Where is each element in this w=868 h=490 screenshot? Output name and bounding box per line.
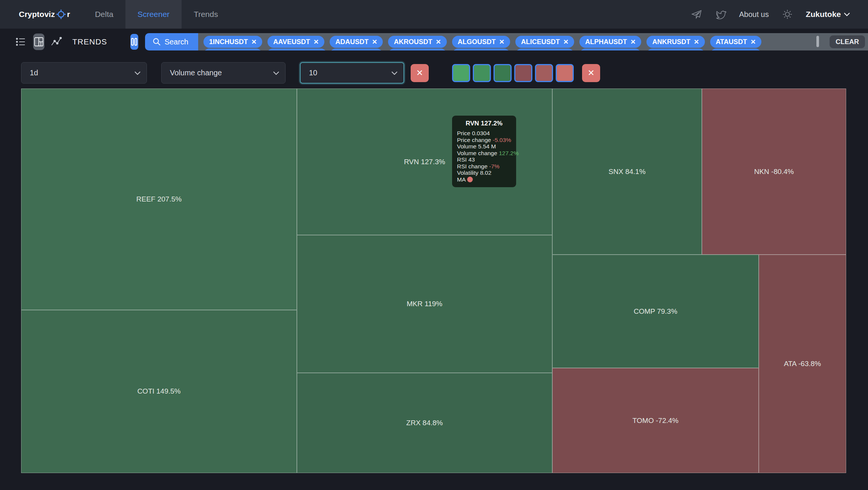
chip-close-icon[interactable]: ✕ [563, 38, 568, 46]
tab-delta[interactable]: Delta [83, 0, 125, 29]
tooltip-row-label: Price change [457, 137, 493, 143]
treemap-cell-tomo[interactable]: TOMO -72.4% [552, 368, 759, 473]
telegram-icon[interactable] [691, 9, 702, 20]
treemap-cell-nkn[interactable]: NKN -80.4% [702, 89, 846, 255]
tooltip-row-label: RSI change [457, 163, 489, 169]
tooltip-row-label: Volatility [457, 169, 480, 176]
search-icon [153, 38, 161, 46]
tooltip-row: RSI change -7% [457, 163, 511, 170]
color-swatch-6[interactable] [556, 64, 574, 82]
filter-bar: 1d Volume change 10 ✕ ✕ [21, 62, 847, 84]
symbol-chip[interactable]: AAVEUSDT✕ [267, 36, 324, 48]
line-view-toggle[interactable] [50, 36, 62, 47]
chip-close-icon[interactable]: ✕ [251, 38, 257, 46]
metric-select[interactable]: Volume change [161, 62, 286, 84]
treemap-cell-label: NKN -80.4% [754, 168, 794, 176]
remove-colorscale-button[interactable]: ✕ [582, 64, 600, 82]
treemap-cell-label: TOMO -72.4% [633, 417, 679, 425]
tooltip-row: Volume 5.54 M [457, 143, 511, 150]
symbol-chip[interactable]: ANKRUSDT✕ [646, 36, 704, 48]
theme-sun-icon[interactable] [782, 9, 793, 20]
symbol-chip[interactable]: 1INCHUSDT✕ [203, 49, 262, 50]
symbol-chip[interactable]: ADAUSDT✕ [330, 36, 383, 48]
symbol-chip[interactable]: ANKRUSDT✕ [646, 49, 704, 50]
chip-close-icon[interactable]: ✕ [313, 38, 319, 46]
treemap-cell-zrx[interactable]: ZRX 84.8% [297, 373, 552, 473]
columns-icon [131, 38, 138, 46]
symbol-chip[interactable]: ALPHAUSDT✕ [579, 36, 641, 48]
treemap-cell-ata[interactable]: ATA -63.8% [759, 255, 846, 473]
treemap-cell-label: ATA -63.8% [784, 360, 821, 368]
user-menu[interactable]: Zukutoke [806, 10, 850, 19]
symbol-chip[interactable]: ALPHAUSDT✕ [579, 49, 641, 50]
treemap-cell-comp[interactable]: COMP 79.3% [552, 255, 759, 368]
tooltip-row-value: 8.02 [480, 169, 491, 176]
treemap-cell-label: REEF 207.5% [136, 195, 182, 203]
remove-filter-button[interactable]: ✕ [411, 64, 429, 82]
treemap-cell-mkr[interactable]: MKR 119% [297, 235, 552, 373]
treemap-view-icon [33, 36, 44, 47]
chip-close-icon[interactable]: ✕ [750, 38, 756, 46]
chip-overflow-row: 1INCHUSDT✕AAVEUSDT✕ADAUSDT✕AKROUSDT✕ALGO… [203, 49, 761, 50]
tooltip-row-label: RSI [457, 156, 468, 163]
nav-tabs: DeltaScreenerTrends [83, 0, 230, 29]
tooltip-row-label: MA [457, 176, 467, 183]
symbol-chip[interactable]: AKROUSDT✕ [388, 36, 446, 48]
symbol-chip[interactable]: ADAUSDT✕ [330, 49, 383, 50]
symbol-chip[interactable]: 1INCHUSDT✕ [203, 36, 262, 48]
list-view-toggle[interactable] [15, 36, 26, 47]
brand-text-suffix: r [67, 10, 70, 19]
line-view-icon [50, 36, 62, 47]
search-button[interactable]: Search [145, 33, 198, 50]
period-select[interactable]: 1d [21, 62, 147, 84]
tooltip-row: Price 0.0304 [457, 130, 511, 137]
color-swatch-4[interactable] [514, 64, 532, 82]
tab-screener[interactable]: Screener [125, 0, 182, 29]
tooltip-row-value: 5.54 M [478, 143, 496, 150]
color-swatch-1[interactable] [452, 64, 470, 82]
symbol-chip[interactable]: ALGOUSDT✕ [452, 36, 510, 48]
chevron-down-icon [134, 71, 141, 75]
chip-close-icon[interactable]: ✕ [630, 38, 636, 46]
symbol-chip-label: ANKRUSDT [652, 38, 690, 46]
treemap-view-toggle-active[interactable] [33, 34, 44, 50]
symbol-chip[interactable]: AKROUSDT✕ [388, 49, 446, 50]
columns-button[interactable] [130, 34, 138, 50]
chevron-down-icon [391, 71, 397, 75]
symbol-chip[interactable]: ATAUSDT✕ [710, 49, 762, 50]
tooltip-row-value: -5.03% [493, 137, 511, 143]
symbol-chip[interactable]: ALGOUSDT✕ [452, 49, 510, 50]
symbol-chip[interactable]: AAVEUSDT✕ [267, 49, 324, 50]
chips-scrollbar[interactable] [816, 36, 819, 47]
clear-button[interactable]: CLEAR [830, 35, 865, 48]
chip-close-icon[interactable]: ✕ [436, 38, 441, 46]
color-swatch-5[interactable] [535, 64, 553, 82]
search-label: Search [165, 38, 188, 46]
twitter-icon[interactable] [715, 9, 726, 20]
metric-value: Volume change [170, 69, 222, 77]
navbar-right: About us Zukutoke [691, 0, 868, 29]
treemap-cell-label: ZRX 84.8% [406, 419, 443, 427]
tab-trends[interactable]: Trends [182, 0, 230, 29]
chip-close-icon[interactable]: ✕ [499, 38, 504, 46]
limit-select[interactable]: 10 [300, 62, 404, 84]
chip-close-icon[interactable]: ✕ [372, 38, 377, 46]
tooltip-row: Price change -5.03% [457, 137, 511, 143]
period-value: 1d [30, 69, 38, 77]
symbol-chip[interactable]: ALICEUSDT✕ [515, 36, 574, 48]
color-swatch-2[interactable] [473, 64, 491, 82]
tooltip-row-value: -7% [489, 163, 500, 169]
treemap-cell-coti[interactable]: COTI 149.5% [21, 310, 297, 473]
symbol-chip[interactable]: ATAUSDT✕ [710, 36, 762, 48]
symbol-chip[interactable]: ALICEUSDT✕ [515, 49, 574, 50]
limit-value: 10 [309, 69, 317, 77]
treemap-cell-snx[interactable]: SNX 84.1% [552, 89, 702, 255]
treemap-cell-reef[interactable]: REEF 207.5% [21, 89, 297, 310]
chevron-down-icon [844, 12, 850, 16]
color-swatch-3[interactable] [494, 64, 512, 82]
about-us-link[interactable]: About us [739, 10, 769, 19]
app-root: Cryptoviz r DeltaScreenerTrends About us [0, 0, 868, 490]
tooltip-row-label: Price [457, 130, 472, 136]
chip-close-icon[interactable]: ✕ [694, 38, 699, 46]
brand-logo[interactable]: Cryptoviz r [0, 0, 83, 29]
